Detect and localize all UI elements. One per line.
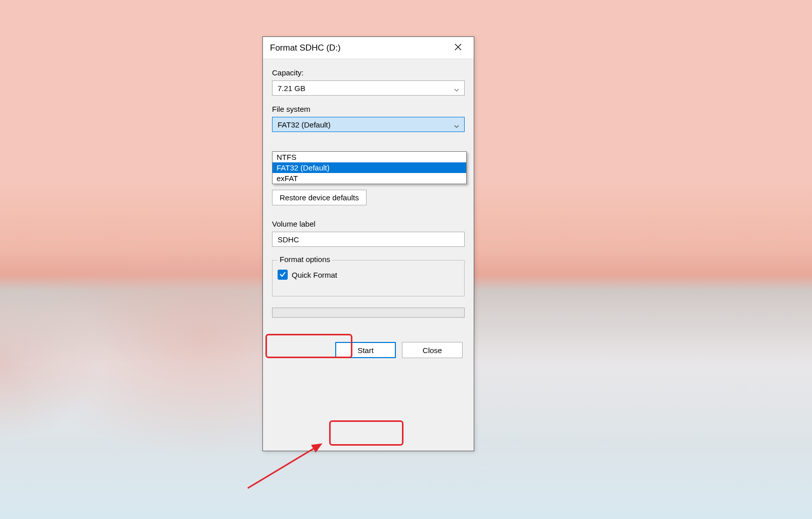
quick-format-row: Quick Format bbox=[278, 270, 459, 280]
filesystem-dropdown-list: NTFS FAT32 (Default) exFAT bbox=[272, 151, 467, 184]
dialog-content: Capacity: 7.21 GB File system FAT32 (Def… bbox=[263, 59, 474, 365]
restore-defaults-button[interactable]: Restore device defaults bbox=[272, 190, 367, 205]
volume-label-input[interactable] bbox=[272, 232, 465, 247]
filesystem-label: File system bbox=[272, 105, 465, 113]
chevron-down-icon bbox=[454, 85, 459, 91]
capacity-value: 7.21 GB bbox=[278, 84, 305, 93]
filesystem-dropdown[interactable]: FAT32 (Default) bbox=[272, 117, 465, 132]
filesystem-option-exfat[interactable]: exFAT bbox=[273, 173, 466, 184]
filesystem-option-fat32[interactable]: FAT32 (Default) bbox=[273, 162, 466, 173]
format-options-legend: Format options bbox=[278, 255, 332, 264]
quick-format-checkbox[interactable] bbox=[278, 270, 288, 280]
filesystem-value: FAT32 (Default) bbox=[278, 120, 331, 129]
window-close-button[interactable] bbox=[446, 40, 470, 56]
titlebar: Format SDHC (D:) bbox=[263, 37, 474, 59]
quick-format-label: Quick Format bbox=[292, 271, 337, 279]
volume-label-label: Volume label bbox=[272, 220, 465, 228]
format-progress-bar bbox=[272, 308, 465, 318]
close-button[interactable]: Close bbox=[402, 342, 463, 358]
capacity-label: Capacity: bbox=[272, 68, 465, 77]
format-dialog: Format SDHC (D:) Capacity: 7.21 GB File … bbox=[262, 36, 474, 451]
format-options-group: Format options Quick Format bbox=[272, 260, 465, 296]
chevron-down-icon bbox=[454, 122, 459, 127]
close-icon bbox=[455, 44, 462, 52]
dialog-title: Format SDHC (D:) bbox=[270, 43, 446, 53]
start-button[interactable]: Start bbox=[335, 342, 396, 358]
capacity-dropdown[interactable]: 7.21 GB bbox=[272, 80, 465, 96]
checkmark-icon bbox=[279, 271, 286, 279]
filesystem-option-ntfs[interactable]: NTFS bbox=[273, 152, 466, 162]
